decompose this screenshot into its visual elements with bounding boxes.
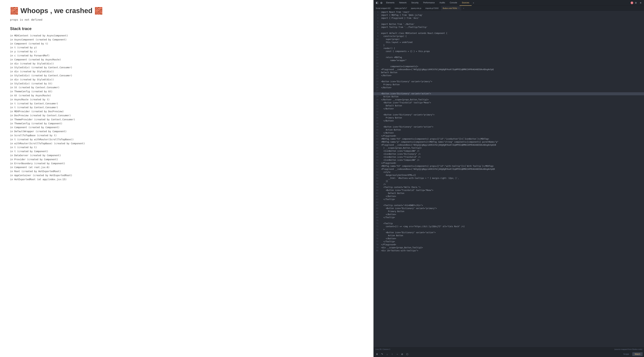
code-line: 72 content={() => <img src="https://bit.… (374, 225, 644, 228)
stack-trace-list: in MDXContent (created by AsyncComponent… (10, 34, 364, 181)
line-number: 74 (374, 231, 380, 234)
step-over-button[interactable]: ↷ (380, 352, 384, 356)
line-number: 15 (374, 53, 380, 56)
devtools-nav-tab-audits[interactable]: Audits (437, 0, 447, 6)
line-content: </Button> (380, 86, 644, 89)
pause-button[interactable]: ⏸ (375, 352, 379, 356)
watch-tab[interactable]: Watch (632, 352, 643, 356)
code-editor[interactable]: 1import React from 'react'2import { MDXT… (374, 11, 644, 347)
line-content: <Playground __codesandbox={'N4IgZglgNpgz… (380, 168, 644, 171)
file-tab[interactable]: jquery.min.js (409, 6, 424, 11)
line-content: import Tooltip from '../Tooltip/Tooltip' (380, 26, 644, 29)
line-number: 32 (374, 104, 380, 107)
devtools-nav-tab-console[interactable]: Console (448, 0, 460, 6)
code-line: 12 } (374, 44, 644, 47)
stack-line: in Component (created by t) (10, 42, 364, 46)
line-content: /> (380, 183, 644, 186)
stack-line: in DocPreview (created by Context.Consum… (10, 114, 364, 118)
stack-line: in t (created by Context.Consumer) (10, 102, 364, 106)
stack-line: in MDXProvider (created by DocPreview) (10, 110, 364, 114)
line-content: export default class MDXContent extends … (380, 32, 644, 35)
devtools-close-area: 1 ⚙ ✕ (630, 1, 643, 5)
file-tab[interactable]: index.jsx?a7c7 (392, 6, 409, 11)
stack-line: in ThemeConfig (created by Gt) (10, 90, 364, 94)
stack-line: in t (created by Component) (10, 150, 364, 154)
line-number: 4 (374, 20, 380, 23)
code-line: 69 </Tooltip> (374, 216, 644, 219)
file-tab[interactable]: Script snippet #22 (374, 6, 392, 11)
devtools-bottom-toolbar: ⏸ ↷ ↓ ↑ → ⊘ ⬡ Scope Watch (374, 351, 644, 357)
line-number: 43 (374, 138, 380, 140)
dont-pause-button[interactable]: ⬡ (405, 352, 409, 356)
line-number: 48 (374, 153, 380, 156)
line-number: 60 (374, 189, 380, 192)
line-content: import { MDXTag } from '@mdx-js/tag' (380, 14, 644, 17)
devtools-dock-button[interactable] (375, 1, 379, 5)
line-number: 49 (374, 156, 380, 159)
line-content: </Tooltip> (380, 240, 644, 243)
line-content: content={() => <img src="https://bit.ly/… (380, 225, 644, 228)
code-line: 42</Playground> (374, 134, 644, 138)
code-line: 77 </Tooltip> (374, 240, 644, 243)
line-content: <style (380, 171, 644, 174)
code-line: 15 (374, 53, 644, 56)
code-line: 76 </Button> (374, 237, 644, 240)
line-number: 79 (374, 246, 380, 249)
line-number: 42 (374, 134, 380, 138)
line-content (380, 29, 644, 32)
step-into-button[interactable]: ↓ (385, 352, 389, 356)
line-number: 8 (374, 32, 380, 35)
file-tab-label: Button.mdx?826d (443, 7, 457, 9)
devtools-topnav: ElementsNetworkSecurityPerformanceAudits… (374, 0, 644, 6)
line-content: </Tooltip> (380, 216, 644, 219)
code-line: 64 (374, 201, 644, 204)
devtools-nav-tab-security[interactable]: Security (409, 0, 421, 6)
line-content: Primary Button (380, 210, 644, 213)
devtools-nav-tab-elements[interactable]: Elements (384, 0, 397, 6)
code-line: 9 constructor(props) { (374, 35, 644, 38)
code-line: 37 </Button> (374, 120, 644, 122)
line-number: 39 (374, 126, 380, 128)
line-content: <Tooltip content="Hello there."> (380, 186, 644, 189)
devtools-nav-tab-performance[interactable]: Performance (421, 0, 437, 6)
file-tab-close[interactable]: ✕ (458, 7, 460, 9)
line-content: Action Button (380, 128, 644, 132)
line-content: <Button icon="TrainSolid" tooltip="Meow"… (380, 189, 644, 192)
devtools-settings-button[interactable]: ⚙ (634, 1, 638, 5)
code-line: 59 <Tooltip content="Hello there."> (374, 186, 644, 189)
step-out-button[interactable]: ↑ (390, 352, 394, 356)
code-line: 79<div __scope={props,Button,Tooltip}> (374, 246, 644, 249)
line-content (380, 219, 644, 222)
line-content: <Button icon="Dictionary" variant="actio… (380, 126, 644, 128)
deactivate-breakpoints-button[interactable]: ⊘ (400, 352, 404, 356)
line-number: 69 (374, 216, 380, 219)
scope-tab[interactable]: Scope (621, 352, 631, 356)
line-number: 1 (374, 11, 380, 14)
file-tabs-more[interactable]: » (462, 6, 466, 11)
line-number: 21 (374, 71, 380, 74)
stack-line: in MDXContent (created by AsyncComponent… (10, 34, 364, 38)
line-number: 80 (374, 249, 380, 252)
devtools-nav-more[interactable]: » (472, 0, 476, 6)
file-tabs: Script snippet #22index.jsx?a7c7jquery.m… (374, 6, 644, 11)
code-line: 34 (374, 110, 644, 114)
stack-line: in div (created by Styled(div)) (10, 78, 364, 82)
devtools-nav-tab-sources[interactable]: Sources (460, 0, 472, 6)
line-content (380, 201, 644, 204)
stack-trace-title: Stack trace (10, 26, 364, 31)
devtools-inspect-button[interactable] (379, 1, 384, 5)
code-line: 78</Playground> (374, 243, 644, 246)
stack-line: in withRouter(ScrollToTopBase) (created … (10, 142, 364, 146)
stack-line: in t (created by Context.Consumer) (10, 106, 364, 110)
file-tab[interactable]: Button.mdx?826d✕ (441, 6, 462, 11)
line-content: }} (380, 180, 644, 183)
stack-line: in div (created by Styled(div)) (10, 70, 364, 74)
line-number: 63 (374, 198, 380, 201)
file-tab[interactable]: imports.js?1910 (424, 6, 441, 11)
line-content (380, 20, 644, 23)
step-button[interactable]: → (395, 352, 399, 356)
devtools-close-button[interactable]: ✕ (639, 1, 643, 5)
devtools-nav-tab-network[interactable]: Network (397, 0, 409, 6)
line-number: 6 (374, 26, 380, 29)
line-content: </Button> __scope={props,Button,Tooltip}… (380, 98, 644, 101)
